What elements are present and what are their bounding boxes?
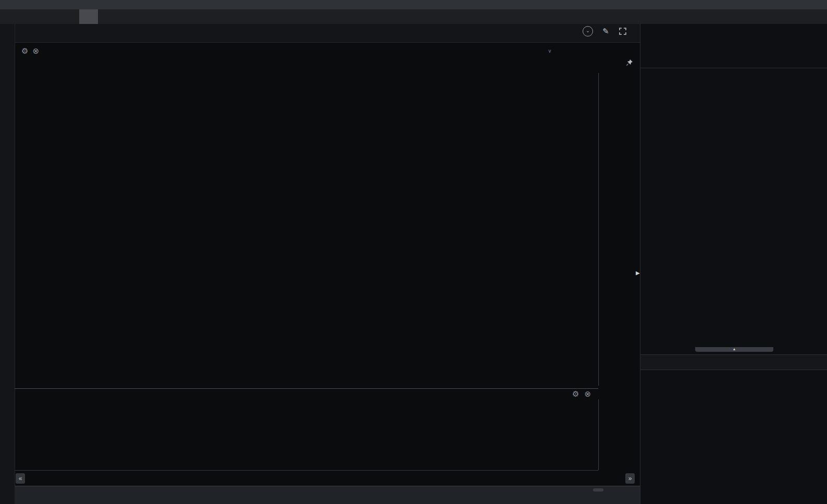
tab-active[interactable]: [79, 9, 98, 24]
top-menu-bar: [0, 0, 827, 9]
panel-splitter-handle[interactable]: ▶: [636, 270, 640, 276]
volume-chart[interactable]: [15, 399, 599, 470]
ma-close-icon[interactable]: ⊗: [32, 46, 39, 56]
price-chart[interactable]: [15, 73, 599, 386]
quote-panel: ▲: [640, 24, 827, 504]
tab-bar: [0, 9, 827, 24]
collapse-handle[interactable]: ▲: [695, 347, 773, 352]
indicator-manage-button[interactable]: [593, 488, 603, 491]
ma-settings-gear-icon[interactable]: ⚙: [21, 46, 28, 56]
x-axis: [15, 470, 598, 486]
scroll-left-button[interactable]: «: [16, 473, 25, 484]
set-ma-button[interactable]: ˅: [548, 46, 551, 55]
toolbar-icons: ⌄ ✎: [583, 26, 627, 36]
vol-close-icon[interactable]: ⊗: [584, 389, 591, 399]
app-window: ⌄ ✎ ⚙ ⊗ ˅ ⚙ ⊗ « » ▶: [0, 0, 827, 504]
left-sidebar: [0, 24, 15, 504]
vol-settings-gear-icon[interactable]: ⚙: [572, 389, 579, 399]
chart-toolbar: [15, 24, 640, 43]
divider: [640, 68, 827, 68]
fullscreen-icon[interactable]: [619, 27, 627, 35]
tick-trade-header[interactable]: [640, 354, 827, 370]
brush-icon[interactable]: ✎: [602, 27, 609, 36]
history-clock-icon[interactable]: ⌄: [583, 26, 593, 36]
scroll-right-button[interactable]: »: [625, 473, 635, 484]
tab-add-button[interactable]: [192, 9, 206, 24]
indicator-legend-row: ⚙ ⊗: [17, 46, 47, 56]
date-range-link[interactable]: [623, 59, 633, 66]
bottom-indicator-bar: [15, 486, 640, 504]
tab-home[interactable]: [21, 9, 63, 24]
volume-indicator-header: ⚙ ⊗: [15, 388, 598, 399]
pin-icon: [626, 59, 633, 66]
